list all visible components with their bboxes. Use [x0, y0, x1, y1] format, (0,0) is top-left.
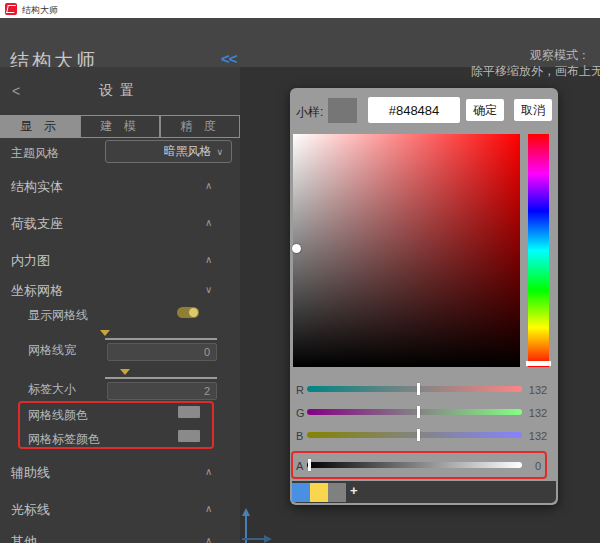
section-cursor-line[interactable]: 光标线 — [11, 501, 50, 519]
chevron-up-icon[interactable]: ∧ — [205, 466, 212, 477]
section-structure-entity[interactable]: 结构实体 — [11, 178, 63, 196]
settings-tabs: 显 示 建 模 精 度 — [0, 115, 240, 138]
label-size-value: 2 — [204, 385, 210, 397]
sample-label: 小样: — [296, 104, 323, 121]
chevron-up-icon[interactable]: ∧ — [205, 254, 212, 265]
label-size-slider[interactable] — [105, 377, 217, 379]
sv-cursor[interactable] — [292, 244, 301, 253]
channel-g-label: G — [296, 407, 305, 419]
chevron-down-icon[interactable]: ∨ — [205, 284, 212, 295]
channel-r-value: 132 — [526, 384, 550, 396]
section-other[interactable]: 其他 — [11, 533, 37, 543]
color-picker-dialog: 小样: 确定 取消 R 132 G 132 B 132 A 0 — [290, 88, 558, 505]
canvas-axis-icon — [236, 505, 276, 543]
saved-swatch-blue[interactable] — [292, 483, 310, 502]
section-coordinate-grid[interactable]: 坐标网格 — [11, 282, 63, 300]
line-width-input[interactable]: 0 — [107, 343, 217, 361]
saved-swatches-bar: + — [292, 481, 556, 503]
saturation-value-field[interactable] — [293, 134, 520, 367]
grid-label-color-swatch[interactable] — [178, 430, 200, 442]
logo-glyph — [6, 5, 16, 13]
chevron-down-icon: ∨ — [216, 147, 223, 157]
channel-a-slider[interactable] — [307, 462, 522, 468]
channel-r-slider[interactable] — [307, 386, 522, 392]
mode-detail: 除平移缩放外，画布上无 — [300, 63, 600, 79]
current-color-swatch — [328, 98, 357, 123]
tab-modeling[interactable]: 建 模 — [80, 115, 160, 138]
tab-display[interactable]: 显 示 — [0, 115, 80, 138]
tab-precision[interactable]: 精 度 — [160, 115, 240, 138]
channel-b-label: B — [296, 430, 303, 442]
chevron-up-icon[interactable]: ∧ — [205, 535, 212, 543]
collapse-panel-icon[interactable]: << — [221, 50, 237, 67]
line-width-slider[interactable] — [105, 338, 217, 340]
theme-label: 主题风格 — [11, 145, 59, 162]
label-size-label: 标签大小 — [28, 381, 76, 398]
slider-marker-icon[interactable] — [120, 369, 130, 375]
settings-panel: < 设置 显 示 建 模 精 度 主题风格 暗黑风格 ∨ 结构实体 ∧ 荷载支座… — [0, 67, 240, 543]
section-auxiliary-line[interactable]: 辅助线 — [11, 464, 50, 482]
channel-b-value: 132 — [526, 430, 550, 442]
channel-a-value: 0 — [526, 460, 550, 472]
line-width-value: 0 — [204, 346, 210, 358]
channel-b-slider[interactable] — [307, 432, 522, 438]
add-swatch-button[interactable]: + — [350, 483, 358, 498]
hex-color-input[interactable] — [368, 97, 460, 123]
window-title: 结构大师 — [22, 4, 58, 17]
slider-marker-icon[interactable] — [100, 330, 110, 336]
channel-a-thumb[interactable] — [308, 459, 311, 471]
chevron-up-icon[interactable]: ∧ — [205, 503, 212, 514]
app-logo-icon — [5, 3, 17, 15]
chevron-up-icon[interactable]: ∧ — [205, 180, 212, 191]
theme-dropdown[interactable]: 暗黑风格 ∨ — [105, 140, 232, 163]
mode-status: 观察模式： 除平移缩放外，画布上无 — [300, 47, 600, 79]
hue-slider-thumb[interactable] — [526, 361, 551, 366]
mode-title: 观察模式： — [300, 47, 600, 63]
hue-slider[interactable] — [528, 134, 549, 367]
channel-g-thumb[interactable] — [417, 406, 420, 418]
theme-value: 暗黑风格 — [163, 143, 211, 160]
os-titlebar: 结构大师 — [0, 0, 600, 18]
gridline-color-swatch[interactable] — [178, 406, 200, 418]
toggle-knob — [189, 308, 198, 317]
show-gridline-label: 显示网格线 — [28, 307, 88, 324]
app-window: 结构大师 结构大师 << 观察模式： 除平移缩放外，画布上无 < 设置 显 示 … — [0, 0, 600, 543]
show-gridline-toggle[interactable] — [177, 307, 199, 318]
gridline-color-label: 网格线颜色 — [28, 407, 88, 424]
channel-g-value: 132 — [526, 407, 550, 419]
chevron-up-icon[interactable]: ∧ — [205, 217, 212, 228]
confirm-button[interactable]: 确定 — [466, 99, 504, 121]
grid-label-color-label: 网格标签颜色 — [28, 431, 100, 448]
section-load-support[interactable]: 荷载支座 — [11, 215, 63, 233]
section-internal-force[interactable]: 内力图 — [11, 252, 50, 270]
settings-title: 设置 — [0, 82, 240, 100]
line-width-label: 网格线宽 — [28, 342, 76, 359]
saved-swatch-gray[interactable] — [328, 483, 346, 502]
channel-r-label: R — [296, 384, 304, 396]
channel-g-slider[interactable] — [307, 409, 522, 415]
saved-swatch-yellow[interactable] — [310, 483, 328, 502]
channel-a-label: A — [296, 460, 303, 472]
cancel-button[interactable]: 取消 — [514, 99, 552, 121]
channel-b-thumb[interactable] — [417, 429, 420, 441]
label-size-input[interactable]: 2 — [107, 382, 217, 400]
app-header: 结构大师 << 观察模式： 除平移缩放外，画布上无 — [0, 18, 600, 67]
channel-r-thumb[interactable] — [417, 383, 420, 395]
